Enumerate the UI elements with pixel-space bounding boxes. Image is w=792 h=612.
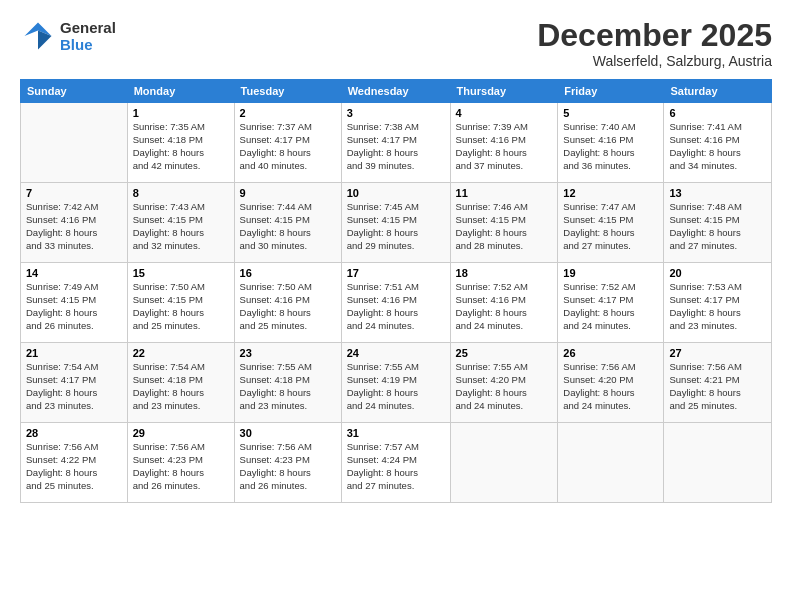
day-number: 27: [669, 347, 766, 359]
header-sunday: Sunday: [21, 80, 128, 103]
day-info: Sunrise: 7:55 AMSunset: 4:20 PMDaylight:…: [456, 361, 553, 412]
header-saturday: Saturday: [664, 80, 772, 103]
day-number: 19: [563, 267, 658, 279]
day-number: 2: [240, 107, 336, 119]
calendar-cell: 15Sunrise: 7:50 AMSunset: 4:15 PMDayligh…: [127, 263, 234, 343]
day-info: Sunrise: 7:54 AMSunset: 4:18 PMDaylight:…: [133, 361, 229, 412]
header-monday: Monday: [127, 80, 234, 103]
calendar-header-row: SundayMondayTuesdayWednesdayThursdayFrid…: [21, 80, 772, 103]
logo-icon: [20, 18, 56, 54]
calendar-cell: 3Sunrise: 7:38 AMSunset: 4:17 PMDaylight…: [341, 103, 450, 183]
calendar-cell: 14Sunrise: 7:49 AMSunset: 4:15 PMDayligh…: [21, 263, 128, 343]
day-number: 9: [240, 187, 336, 199]
day-number: 29: [133, 427, 229, 439]
calendar-cell: 8Sunrise: 7:43 AMSunset: 4:15 PMDaylight…: [127, 183, 234, 263]
day-number: 1: [133, 107, 229, 119]
calendar-cell: 6Sunrise: 7:41 AMSunset: 4:16 PMDaylight…: [664, 103, 772, 183]
day-info: Sunrise: 7:56 AMSunset: 4:23 PMDaylight:…: [133, 441, 229, 492]
calendar-cell: 27Sunrise: 7:56 AMSunset: 4:21 PMDayligh…: [664, 343, 772, 423]
day-info: Sunrise: 7:35 AMSunset: 4:18 PMDaylight:…: [133, 121, 229, 172]
calendar-cell: 11Sunrise: 7:46 AMSunset: 4:15 PMDayligh…: [450, 183, 558, 263]
day-number: 24: [347, 347, 445, 359]
day-info: Sunrise: 7:39 AMSunset: 4:16 PMDaylight:…: [456, 121, 553, 172]
calendar-cell: 17Sunrise: 7:51 AMSunset: 4:16 PMDayligh…: [341, 263, 450, 343]
day-info: Sunrise: 7:43 AMSunset: 4:15 PMDaylight:…: [133, 201, 229, 252]
day-number: 6: [669, 107, 766, 119]
calendar-cell: 2Sunrise: 7:37 AMSunset: 4:17 PMDaylight…: [234, 103, 341, 183]
calendar-cell: [664, 423, 772, 503]
day-number: 17: [347, 267, 445, 279]
header-thursday: Thursday: [450, 80, 558, 103]
day-info: Sunrise: 7:50 AMSunset: 4:16 PMDaylight:…: [240, 281, 336, 332]
day-number: 8: [133, 187, 229, 199]
calendar-cell: 26Sunrise: 7:56 AMSunset: 4:20 PMDayligh…: [558, 343, 664, 423]
day-info: Sunrise: 7:56 AMSunset: 4:21 PMDaylight:…: [669, 361, 766, 412]
calendar-cell: 28Sunrise: 7:56 AMSunset: 4:22 PMDayligh…: [21, 423, 128, 503]
calendar-cell: 9Sunrise: 7:44 AMSunset: 4:15 PMDaylight…: [234, 183, 341, 263]
calendar-cell: 12Sunrise: 7:47 AMSunset: 4:15 PMDayligh…: [558, 183, 664, 263]
day-info: Sunrise: 7:48 AMSunset: 4:15 PMDaylight:…: [669, 201, 766, 252]
calendar-week-row: 1Sunrise: 7:35 AMSunset: 4:18 PMDaylight…: [21, 103, 772, 183]
calendar-week-row: 7Sunrise: 7:42 AMSunset: 4:16 PMDaylight…: [21, 183, 772, 263]
calendar-cell: 4Sunrise: 7:39 AMSunset: 4:16 PMDaylight…: [450, 103, 558, 183]
calendar-cell: 5Sunrise: 7:40 AMSunset: 4:16 PMDaylight…: [558, 103, 664, 183]
logo-text: General Blue: [60, 19, 116, 53]
day-number: 4: [456, 107, 553, 119]
calendar-week-row: 21Sunrise: 7:54 AMSunset: 4:17 PMDayligh…: [21, 343, 772, 423]
day-info: Sunrise: 7:44 AMSunset: 4:15 PMDaylight:…: [240, 201, 336, 252]
day-number: 18: [456, 267, 553, 279]
day-number: 23: [240, 347, 336, 359]
logo: General Blue: [20, 18, 116, 54]
day-info: Sunrise: 7:51 AMSunset: 4:16 PMDaylight:…: [347, 281, 445, 332]
header: General Blue December 2025 Walserfeld, S…: [20, 18, 772, 69]
day-number: 25: [456, 347, 553, 359]
calendar-cell: 31Sunrise: 7:57 AMSunset: 4:24 PMDayligh…: [341, 423, 450, 503]
calendar-cell: 1Sunrise: 7:35 AMSunset: 4:18 PMDaylight…: [127, 103, 234, 183]
header-friday: Friday: [558, 80, 664, 103]
page: General Blue December 2025 Walserfeld, S…: [0, 0, 792, 612]
day-info: Sunrise: 7:54 AMSunset: 4:17 PMDaylight:…: [26, 361, 122, 412]
day-number: 3: [347, 107, 445, 119]
day-info: Sunrise: 7:56 AMSunset: 4:22 PMDaylight:…: [26, 441, 122, 492]
day-info: Sunrise: 7:38 AMSunset: 4:17 PMDaylight:…: [347, 121, 445, 172]
day-number: 11: [456, 187, 553, 199]
day-info: Sunrise: 7:37 AMSunset: 4:17 PMDaylight:…: [240, 121, 336, 172]
day-info: Sunrise: 7:52 AMSunset: 4:17 PMDaylight:…: [563, 281, 658, 332]
day-info: Sunrise: 7:45 AMSunset: 4:15 PMDaylight:…: [347, 201, 445, 252]
calendar-cell: 19Sunrise: 7:52 AMSunset: 4:17 PMDayligh…: [558, 263, 664, 343]
day-number: 30: [240, 427, 336, 439]
day-number: 26: [563, 347, 658, 359]
calendar-cell: 10Sunrise: 7:45 AMSunset: 4:15 PMDayligh…: [341, 183, 450, 263]
day-info: Sunrise: 7:46 AMSunset: 4:15 PMDaylight:…: [456, 201, 553, 252]
day-number: 20: [669, 267, 766, 279]
day-info: Sunrise: 7:55 AMSunset: 4:18 PMDaylight:…: [240, 361, 336, 412]
calendar-week-row: 14Sunrise: 7:49 AMSunset: 4:15 PMDayligh…: [21, 263, 772, 343]
calendar-cell: 22Sunrise: 7:54 AMSunset: 4:18 PMDayligh…: [127, 343, 234, 423]
calendar-cell: 13Sunrise: 7:48 AMSunset: 4:15 PMDayligh…: [664, 183, 772, 263]
day-info: Sunrise: 7:53 AMSunset: 4:17 PMDaylight:…: [669, 281, 766, 332]
calendar-cell: 20Sunrise: 7:53 AMSunset: 4:17 PMDayligh…: [664, 263, 772, 343]
day-info: Sunrise: 7:41 AMSunset: 4:16 PMDaylight:…: [669, 121, 766, 172]
day-info: Sunrise: 7:42 AMSunset: 4:16 PMDaylight:…: [26, 201, 122, 252]
day-number: 15: [133, 267, 229, 279]
svg-marker-1: [38, 31, 52, 50]
calendar-cell: 24Sunrise: 7:55 AMSunset: 4:19 PMDayligh…: [341, 343, 450, 423]
calendar-cell: 29Sunrise: 7:56 AMSunset: 4:23 PMDayligh…: [127, 423, 234, 503]
day-info: Sunrise: 7:40 AMSunset: 4:16 PMDaylight:…: [563, 121, 658, 172]
day-info: Sunrise: 7:56 AMSunset: 4:23 PMDaylight:…: [240, 441, 336, 492]
day-number: 7: [26, 187, 122, 199]
day-info: Sunrise: 7:47 AMSunset: 4:15 PMDaylight:…: [563, 201, 658, 252]
day-number: 10: [347, 187, 445, 199]
calendar-cell: 25Sunrise: 7:55 AMSunset: 4:20 PMDayligh…: [450, 343, 558, 423]
calendar-cell: 18Sunrise: 7:52 AMSunset: 4:16 PMDayligh…: [450, 263, 558, 343]
day-number: 22: [133, 347, 229, 359]
calendar-cell: 21Sunrise: 7:54 AMSunset: 4:17 PMDayligh…: [21, 343, 128, 423]
day-number: 28: [26, 427, 122, 439]
subtitle: Walserfeld, Salzburg, Austria: [537, 53, 772, 69]
day-info: Sunrise: 7:55 AMSunset: 4:19 PMDaylight:…: [347, 361, 445, 412]
day-number: 13: [669, 187, 766, 199]
day-info: Sunrise: 7:56 AMSunset: 4:20 PMDaylight:…: [563, 361, 658, 412]
header-wednesday: Wednesday: [341, 80, 450, 103]
calendar-cell: [450, 423, 558, 503]
day-info: Sunrise: 7:50 AMSunset: 4:15 PMDaylight:…: [133, 281, 229, 332]
